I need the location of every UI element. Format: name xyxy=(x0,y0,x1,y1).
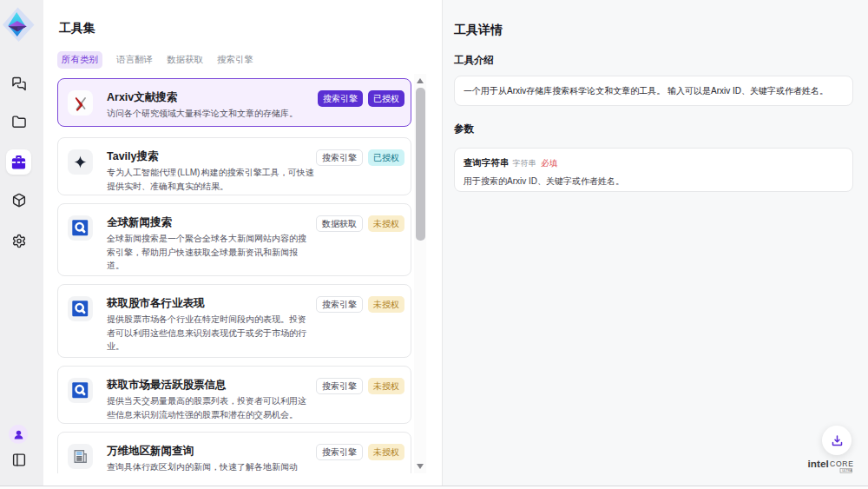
svg-text:intel: intel xyxy=(808,458,829,470)
svg-text:CORE: CORE xyxy=(830,459,854,468)
svg-text:ULTRA: ULTRA xyxy=(842,469,852,472)
